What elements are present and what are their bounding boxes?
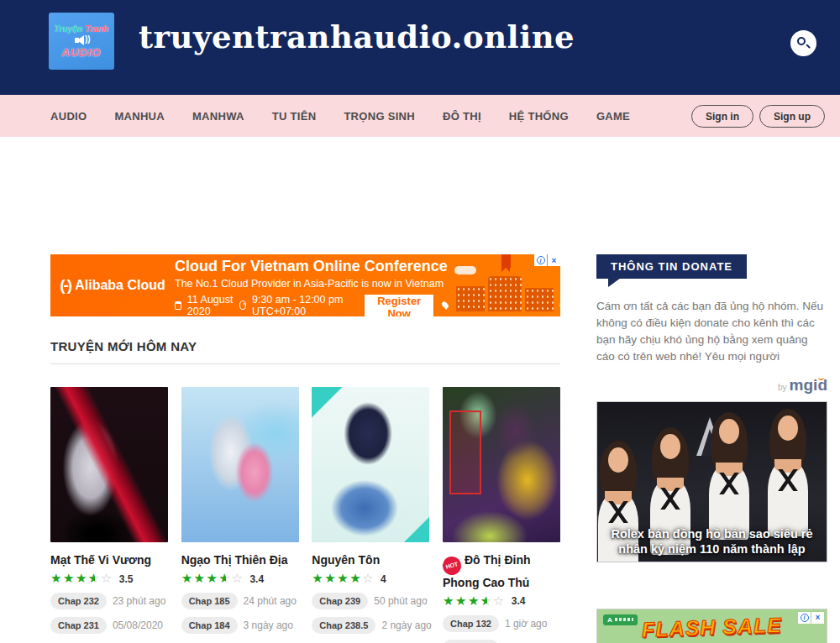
comic-cover-image[interactable] bbox=[443, 387, 560, 542]
chapter-chip[interactable]: Chap 185 bbox=[181, 593, 238, 609]
auth-buttons: Sign in Sign up bbox=[691, 105, 825, 128]
star-full-icon: ★ bbox=[455, 593, 468, 609]
calendar-icon bbox=[175, 301, 181, 310]
star-full-icon: ★ bbox=[63, 571, 76, 586]
comic-title[interactable]: Mạt Thế Vi Vương bbox=[50, 552, 168, 567]
alibaba-banner-ad[interactable]: (-) Alibaba Cloud Cloud For Vietnam Onli… bbox=[50, 254, 560, 316]
section-divider bbox=[50, 363, 560, 364]
logo-text: Truyện Tranh bbox=[55, 24, 108, 33]
donate-text: Cám ơn tất cả các bạn đã ủng hộ nhóm. Nế… bbox=[596, 298, 827, 365]
ad-controls: i × bbox=[533, 254, 560, 266]
chapter-row: Chap 13105/08/2020 bbox=[443, 640, 560, 643]
rating-value: 3.5 bbox=[119, 573, 134, 585]
banner-title: Cloud For Vietnam Online Conference bbox=[175, 258, 448, 275]
banner-subtitle: The No.1 Cloud Provider in Asia-Pacific … bbox=[175, 278, 448, 290]
star-full-icon: ★ bbox=[324, 571, 337, 586]
nav-items: AUDIOMANHUAMANHWATU TIÊNTRỌNG SINHĐÔ THỊ… bbox=[50, 110, 630, 123]
nav-item-đô-thị[interactable]: ĐÔ THỊ bbox=[443, 110, 481, 123]
section-title: TRUYỆN MỚI HÔM NAY bbox=[50, 339, 560, 353]
chapter-time: 50 phút ago bbox=[374, 595, 427, 607]
ad-info-icon[interactable]: i bbox=[798, 612, 811, 624]
chapter-chip[interactable]: Chap 131 bbox=[443, 640, 499, 643]
rating-value: 3.4 bbox=[249, 573, 264, 585]
nav-item-manhua[interactable]: MANHUA bbox=[114, 110, 165, 123]
logo-audio-label: AUDIO bbox=[62, 46, 102, 59]
chapter-chip[interactable]: Chap 231 bbox=[50, 617, 107, 634]
comic-cover-image[interactable] bbox=[312, 387, 429, 542]
chapter-chip[interactable]: Chap 239 bbox=[312, 593, 368, 609]
chapter-time: 24 phút ago bbox=[244, 595, 297, 607]
chapter-time: 2 ngày ago bbox=[381, 619, 431, 631]
rating-value: 4 bbox=[381, 573, 386, 585]
flash-sale-ad[interactable]: A FLASH SALE XEM NGAY i × bbox=[596, 609, 827, 643]
sidebar: THÔNG TIN DONATE Cám ơn tất cả các bạn đ… bbox=[596, 254, 827, 643]
chapter-row: Chap 1321 giờ ago bbox=[443, 615, 560, 632]
hot-badge: HOT bbox=[440, 554, 463, 577]
comic-card-grid: Mạt Thế Vi Vương★★★☆★☆3.5Chap 23223 phút… bbox=[50, 387, 560, 643]
search-icon bbox=[797, 37, 806, 45]
chapter-chip[interactable]: Chap 132 bbox=[443, 615, 499, 632]
ad-close-icon[interactable]: × bbox=[548, 254, 560, 266]
chapter-time: 23 phút ago bbox=[113, 595, 165, 607]
ad-close-icon[interactable]: × bbox=[811, 612, 824, 624]
banner-date: 11 August 2020 bbox=[187, 294, 234, 317]
star-full-icon: ★ bbox=[337, 571, 349, 586]
ad-info-icon[interactable]: i bbox=[534, 254, 547, 266]
speaker-icon: )) bbox=[73, 35, 90, 45]
comic-title[interactable]: Nguyên Tôn bbox=[312, 552, 429, 567]
chapter-chip[interactable]: Chap 238.5 bbox=[312, 617, 375, 634]
star-full-icon: ★ bbox=[312, 571, 324, 586]
star-full-icon: ★ bbox=[349, 571, 362, 586]
alibaba-logo-mark: (-) bbox=[60, 276, 71, 295]
star-full-icon: ★ bbox=[194, 571, 207, 586]
site-logo[interactable]: Truyện Tranh )) AUDIO bbox=[49, 13, 114, 70]
nav-item-game[interactable]: GAME bbox=[596, 110, 630, 123]
nav-item-manhwa[interactable]: MANHWA bbox=[192, 110, 244, 123]
comic-cover-image[interactable] bbox=[181, 387, 299, 542]
comic-title[interactable]: Ngạo Thị Thiên Địa bbox=[181, 552, 299, 567]
rating-row: ★★★☆★☆3.4 bbox=[443, 595, 560, 608]
comic-title[interactable]: HOTĐô Thị Đỉnh Phong Cao Thủ bbox=[443, 552, 560, 590]
sign-up-button[interactable]: Sign up bbox=[759, 105, 825, 128]
chapter-time: 3 ngày ago bbox=[244, 619, 293, 631]
star-full-icon: ★ bbox=[50, 571, 63, 586]
chapter-chip[interactable]: Chap 232 bbox=[50, 593, 107, 609]
comic-card: Mạt Thế Vi Vương★★★☆★☆3.5Chap 23223 phút… bbox=[50, 387, 168, 643]
comic-card: HOTĐô Thị Đỉnh Phong Cao Thủ★★★☆★☆3.4Cha… bbox=[443, 387, 560, 643]
chapter-row: Chap 1843 ngày ago bbox=[181, 617, 299, 634]
star-full-icon: ★ bbox=[207, 571, 219, 586]
nav-item-audio[interactable]: AUDIO bbox=[50, 110, 87, 123]
register-now-button[interactable]: Register Now bbox=[365, 295, 433, 316]
comic-cover-image[interactable] bbox=[50, 387, 168, 542]
lantern-icon bbox=[501, 254, 511, 268]
star-rating: ★★★☆★☆ bbox=[181, 572, 244, 585]
chapter-time: 05/08/2020 bbox=[113, 619, 163, 631]
nav-item-trọng-sinh[interactable]: TRỌNG SINH bbox=[344, 110, 415, 123]
star-rating: ★★★☆★☆ bbox=[50, 572, 113, 585]
mgid-attribution[interactable]: bymgid bbox=[596, 376, 827, 395]
photo-ad-caption: Rolex bán đồng hồ bản sao siêu rẻ nhân k… bbox=[597, 526, 827, 557]
star-half-icon: ☆★ bbox=[219, 572, 232, 585]
banner-time: 9:30 am - 12:00 pm UTC+07:00 bbox=[252, 294, 347, 317]
star-full-icon: ★ bbox=[443, 593, 455, 609]
chapter-time: 1 giờ ago bbox=[505, 618, 548, 630]
main-nav: AUDIOMANHUAMANHWATU TIÊNTRỌNG SINHĐÔ THỊ… bbox=[0, 95, 840, 137]
comic-card: Nguyên Tôn★★★★☆4Chap 23950 phút agoChap … bbox=[312, 387, 429, 643]
chapter-chip[interactable]: Chap 184 bbox=[181, 617, 238, 634]
nav-item-hệ-thống[interactable]: HỆ THỐNG bbox=[509, 110, 569, 123]
search-button[interactable] bbox=[790, 30, 816, 56]
chapter-row: Chap 23950 phút ago bbox=[312, 593, 429, 609]
rating-row: ★★★☆★☆3.4 bbox=[181, 572, 299, 585]
nav-item-tu-tiên[interactable]: TU TIÊN bbox=[272, 110, 317, 123]
chapter-row: Chap 23105/08/2020 bbox=[50, 617, 168, 634]
chapter-row: Chap 18524 phút ago bbox=[181, 593, 299, 609]
comic-card: Ngạo Thị Thiên Địa★★★☆★☆3.4Chap 18524 ph… bbox=[181, 387, 299, 643]
star-half-icon: ☆★ bbox=[88, 572, 101, 585]
banner-text: Cloud For Vietnam Online Conference The … bbox=[175, 254, 448, 316]
sign-in-button[interactable]: Sign in bbox=[691, 105, 753, 128]
mgid-photo-ad[interactable]: Rolex bán đồng hồ bản sao siêu rẻ nhân k… bbox=[596, 401, 827, 562]
star-full-icon: ★ bbox=[181, 571, 194, 586]
star-empty-icon: ☆ bbox=[231, 571, 244, 586]
chapter-row: Chap 23223 phút ago bbox=[50, 593, 168, 609]
ad-controls: i × bbox=[797, 612, 824, 624]
